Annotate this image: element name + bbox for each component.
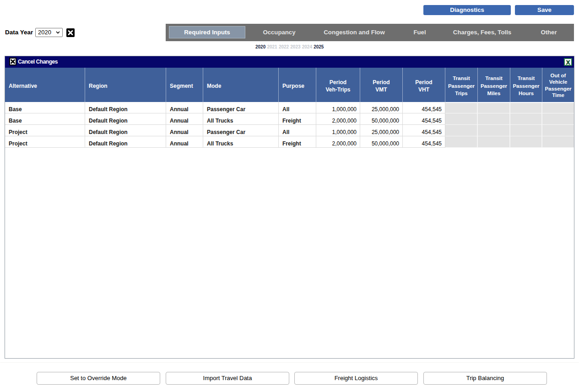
svg-text:X: X — [566, 59, 570, 66]
